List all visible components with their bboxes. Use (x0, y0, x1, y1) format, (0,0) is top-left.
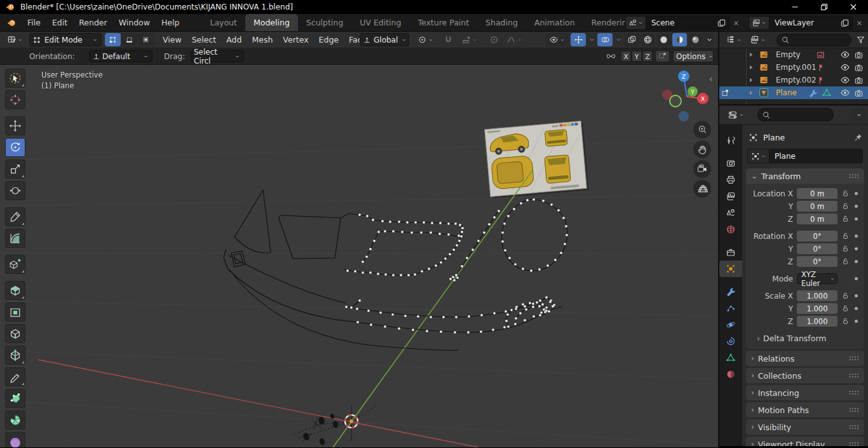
lock-icon[interactable] (839, 304, 851, 313)
edge-select-mode-button[interactable] (121, 33, 137, 46)
workspace-tab-layout[interactable]: Layout (201, 14, 245, 31)
camera-view-button[interactable] (693, 160, 711, 178)
section-viewport-display[interactable]: ›Viewport Display (746, 437, 864, 446)
camera-visibility-icon[interactable] (854, 50, 864, 60)
camera-visibility-icon[interactable] (854, 88, 864, 98)
panel-grip-icon[interactable] (849, 355, 859, 362)
viewport-menu-add[interactable]: Add (221, 31, 247, 49)
properties-tab-output[interactable] (719, 172, 742, 188)
transform-tool-button[interactable] (5, 181, 25, 200)
lock-icon[interactable] (839, 317, 851, 325)
copy-icon[interactable] (717, 18, 726, 28)
hide-eye-icon[interactable] (840, 62, 850, 72)
number-field[interactable]: 0 m (797, 214, 837, 224)
mirror-icon[interactable] (606, 51, 616, 62)
filter-icon[interactable] (854, 33, 867, 46)
viewport-menu-view[interactable]: View (158, 31, 187, 49)
gizmos-toggle-button[interactable] (571, 33, 586, 46)
menubar-item-window[interactable]: Window (113, 14, 156, 32)
outliner-display-mode-button[interactable] (747, 33, 769, 46)
animate-dot[interactable] (855, 320, 858, 323)
animate-dot[interactable] (855, 234, 858, 238)
transform-orientation-dropdown[interactable]: Global (360, 33, 409, 46)
lock-icon[interactable] (839, 189, 851, 198)
scale-tool-button[interactable] (5, 160, 25, 179)
shading-material-button[interactable] (672, 33, 687, 46)
expand-arrow-icon[interactable] (747, 89, 755, 97)
proportional-editing-icon[interactable] (487, 33, 501, 46)
properties-tab-object[interactable] (719, 261, 742, 277)
animate-dot[interactable] (855, 247, 858, 250)
number-field[interactable]: 0° (797, 256, 837, 267)
workspace-tab-sculpting[interactable]: Sculpting (298, 14, 351, 31)
number-field[interactable]: 0 m (797, 188, 837, 199)
transform-panel-header[interactable]: ⌄ Transform (746, 168, 864, 184)
outliner-row-empty[interactable]: Empty (719, 48, 868, 61)
viewport-menu-vertex[interactable]: Vertex (278, 31, 313, 49)
face-select-mode-button[interactable] (138, 33, 154, 46)
viewport-menu-select[interactable]: Select (187, 31, 222, 49)
properties-tab-data[interactable] (719, 350, 742, 366)
animate-dot[interactable] (855, 277, 858, 280)
cursor-tool-button[interactable] (5, 90, 25, 109)
panel-grip-icon[interactable] (849, 424, 859, 430)
animate-dot[interactable] (855, 192, 858, 195)
proportional-falloff-dropdown[interactable] (502, 33, 527, 46)
menubar-item-help[interactable]: Help (156, 14, 186, 32)
panel-grip-icon[interactable] (849, 441, 859, 446)
expand-arrow-icon[interactable] (747, 51, 755, 58)
lock-icon[interactable] (839, 257, 851, 266)
snap-magnet-icon[interactable] (441, 33, 455, 46)
zoom-button[interactable] (693, 121, 711, 139)
xray-toggle-button[interactable] (624, 33, 639, 46)
shading-dropdown[interactable] (704, 33, 714, 46)
number-field[interactable]: 1.000 (797, 303, 837, 314)
object-name-field[interactable]: Plane (769, 149, 863, 163)
workspace-tab-animation[interactable]: Animation (526, 14, 583, 31)
overlays-toggle-button[interactable] (597, 33, 613, 46)
close-button[interactable] (839, 0, 868, 14)
properties-tab-collection[interactable] (719, 244, 742, 261)
add-cube-tool-button[interactable] (5, 255, 25, 274)
maximize-button[interactable] (810, 0, 839, 14)
perspective-toggle-button[interactable] (693, 180, 711, 198)
object-id-browse-button[interactable] (747, 149, 769, 163)
mode-dropdown[interactable]: Edit Mode (29, 33, 102, 46)
viewlayer-unlink-icon[interactable] (853, 16, 865, 30)
properties-tab-scene[interactable] (719, 205, 742, 221)
lock-icon[interactable] (839, 215, 851, 223)
gizmos-dropdown[interactable] (587, 33, 596, 46)
hide-eye-icon[interactable] (840, 50, 850, 60)
menubar-item-file[interactable]: File (22, 14, 46, 32)
number-field[interactable]: 0° (797, 243, 837, 254)
properties-tab-material[interactable] (719, 366, 742, 383)
camera-visibility-icon[interactable] (854, 76, 864, 85)
expand-arrow-icon[interactable] (747, 76, 755, 84)
smooth-tool-button[interactable] (5, 432, 25, 447)
section-visibility[interactable]: ›Visibility (746, 419, 864, 435)
overlays-dropdown[interactable] (614, 33, 623, 46)
lock-icon[interactable] (839, 292, 851, 300)
viewlayer-browse-button[interactable] (749, 16, 769, 30)
spin-tool-button[interactable] (5, 411, 25, 430)
mirror-axis-y-button[interactable]: Y (632, 51, 642, 62)
workspace-tab-shading[interactable]: Shading (477, 14, 526, 31)
properties-search-input[interactable] (757, 108, 834, 121)
animate-dot[interactable] (855, 217, 858, 221)
animate-dot[interactable] (855, 307, 858, 310)
menubar-item-edit[interactable]: Edit (46, 14, 73, 32)
number-field[interactable]: 0 m (797, 201, 837, 212)
snap-base-button[interactable] (655, 50, 670, 62)
snap-target-dropdown[interactable] (456, 33, 483, 46)
camera-visibility-icon[interactable] (854, 63, 864, 72)
workspace-tab-modeling[interactable]: Modeling (245, 14, 298, 31)
outliner-editor-type-button[interactable] (723, 33, 745, 46)
number-field[interactable]: 1.000 (797, 290, 837, 301)
outliner-row-empty-001[interactable]: Empty.001 (719, 61, 868, 74)
rotate-tool-button[interactable] (5, 138, 25, 157)
properties-tab-constraints[interactable] (719, 333, 742, 350)
menubar-item-render[interactable]: Render (73, 14, 113, 32)
rotation-mode-dropdown[interactable]: XYZ Euler (797, 273, 837, 284)
lock-icon[interactable] (839, 202, 851, 210)
options-dropdown[interactable]: Options (673, 50, 714, 62)
